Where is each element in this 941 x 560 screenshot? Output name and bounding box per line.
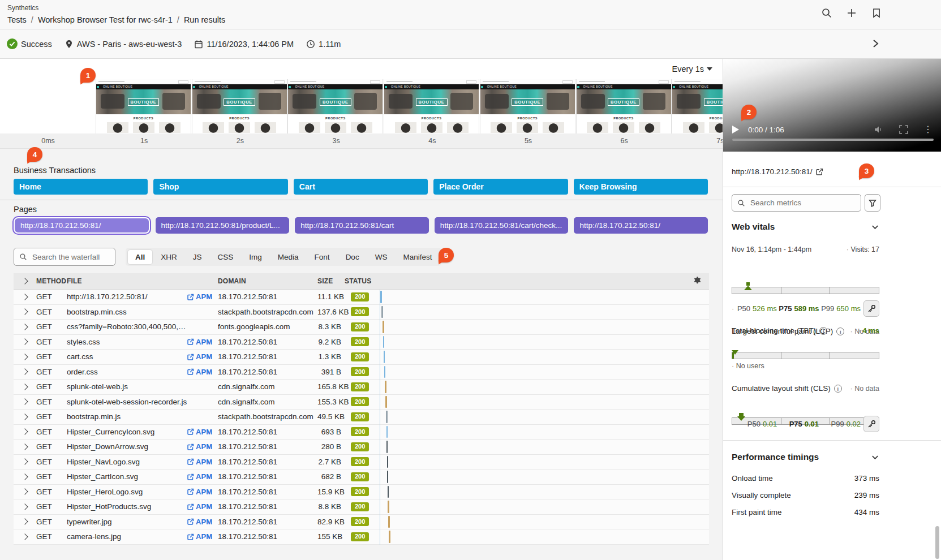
row-expand-chevron[interactable]	[14, 369, 36, 374]
transaction-button[interactable]: Cart	[294, 179, 428, 195]
external-link-icon[interactable]	[816, 168, 823, 175]
filter-tab[interactable]: CSS	[210, 250, 241, 264]
play-icon[interactable]	[732, 126, 739, 133]
filmstrip-thumbnail[interactable]: ONLINE BOUTIQUE BOUTIQUE PRODUCTS	[577, 79, 671, 133]
breadcrumb-item[interactable]: Run results	[184, 15, 225, 24]
filter-tab[interactable]: Manifest	[396, 250, 439, 264]
page-button[interactable]: http://18.170.212.50:81/	[574, 217, 708, 234]
video-progress-bar[interactable]	[732, 139, 934, 141]
table-row[interactable]: GET Hipster_HeroLogo.svg APM 18.170.212.…	[14, 485, 709, 500]
transaction-button[interactable]: Home	[14, 179, 148, 195]
apm-link[interactable]: APM	[187, 368, 212, 376]
filmstrip-thumbnail[interactable]: ONLINE BOUTIQUE BOUTIQUE PRODUCTS	[384, 79, 479, 133]
table-row[interactable]: GET bootstrap.min.css APM stackpath.boot…	[14, 305, 709, 320]
table-row[interactable]: GET Hipster_CurrencyIcon.svg APM 18.170.…	[14, 425, 709, 440]
next-run-chevron-icon[interactable]	[870, 38, 880, 49]
filter-tab[interactable]: WS	[368, 250, 395, 264]
row-expand-chevron[interactable]	[14, 309, 36, 314]
video-player[interactable]: 0:00 / 1:06 ⋮	[723, 59, 941, 152]
transaction-button[interactable]: Shop	[153, 179, 287, 195]
info-icon[interactable]: i	[834, 385, 842, 393]
gear-icon[interactable]	[693, 276, 702, 286]
apm-link[interactable]: APM	[187, 338, 212, 346]
transaction-button[interactable]: Keep Browsing	[574, 179, 708, 195]
chevron-down-icon[interactable]	[871, 453, 879, 462]
row-expand-chevron[interactable]	[14, 429, 36, 434]
row-expand-chevron[interactable]	[14, 445, 36, 449]
table-row[interactable]: GET styles.css APM 18.170.212.50:81 9.2 …	[14, 335, 709, 350]
row-expand-chevron[interactable]	[14, 295, 36, 299]
lcp-key-button[interactable]	[863, 300, 879, 317]
row-expand-chevron[interactable]	[14, 355, 36, 359]
table-row[interactable]: GET order.css APM 18.170.212.50:81 391 B…	[14, 365, 709, 380]
row-expand-chevron[interactable]	[14, 399, 36, 404]
row-expand-chevron[interactable]	[14, 339, 36, 344]
table-row[interactable]: GET Hipster_DownArrow.svg APM 18.170.212…	[14, 440, 709, 455]
apm-link[interactable]: APM	[187, 458, 212, 466]
filter-tab[interactable]: All	[128, 250, 152, 264]
filter-tab[interactable]: Doc	[338, 250, 367, 264]
add-icon[interactable]	[846, 7, 857, 19]
row-expand-chevron[interactable]	[14, 535, 36, 539]
mute-icon[interactable]	[874, 124, 884, 135]
table-row[interactable]: GET cart.css APM 18.170.212.50:81 1.3 KB…	[14, 350, 709, 365]
expand-all-chevron[interactable]	[14, 279, 36, 283]
apm-link[interactable]: APM	[187, 532, 212, 541]
table-row[interactable]: GET splunk-otel-web.js APM cdn.signalfx.…	[14, 380, 709, 395]
filter-tab[interactable]: Media	[270, 250, 306, 264]
cls-key-button[interactable]	[863, 416, 879, 432]
apm-link[interactable]: APM	[187, 352, 212, 361]
table-row[interactable]: GET splunk-otel-web-session-recorder.js …	[14, 395, 709, 410]
table-row[interactable]: GET bootstrap.min.js APM stackpath.boots…	[14, 410, 709, 425]
breadcrumb-item[interactable]: Tests	[7, 15, 27, 24]
fullscreen-icon[interactable]	[899, 124, 909, 135]
table-row[interactable]: GET Hipster_CartIcon.svg APM 18.170.212.…	[14, 469, 709, 485]
apm-link[interactable]: APM	[187, 502, 212, 511]
apm-link[interactable]: APM	[187, 442, 212, 451]
row-expand-chevron[interactable]	[14, 325, 36, 329]
filmstrip-thumbnail[interactable]: ONLINE BOUTIQUE BOUTIQUE PRODUCTS	[672, 79, 723, 133]
page-button[interactable]: http://18.170.212.50:81/	[14, 217, 150, 234]
apm-link[interactable]: APM	[187, 518, 212, 526]
row-expand-chevron[interactable]	[14, 459, 36, 464]
table-row[interactable]: GET css?family=Roboto:300,400,500,700 AP…	[14, 320, 709, 335]
search-icon[interactable]	[821, 7, 832, 19]
page-button[interactable]: http://18.170.212.50:81/cart/check...	[435, 217, 569, 234]
filmstrip-thumbnail[interactable]: ONLINE BOUTIQUE BOUTIQUE PRODUCTS	[480, 79, 575, 133]
breadcrumb-item[interactable]: Workshop Browser Test for rwc-s4r-1	[38, 15, 173, 24]
row-expand-chevron[interactable]	[14, 415, 36, 419]
row-expand-chevron[interactable]	[14, 475, 36, 479]
apm-link[interactable]: APM	[187, 428, 212, 436]
bookmark-icon[interactable]	[871, 7, 882, 19]
table-row[interactable]: GET http://18.170.212.50:81/ APM 18.170.…	[14, 290, 709, 305]
metrics-search-input[interactable]	[749, 198, 850, 208]
apm-link[interactable]: APM	[187, 292, 212, 301]
row-expand-chevron[interactable]	[14, 519, 36, 524]
apm-link[interactable]: APM	[187, 472, 212, 481]
page-button[interactable]: http://18.170.212.50:81/cart	[295, 217, 429, 234]
apm-link[interactable]: APM	[187, 488, 212, 496]
filter-tab[interactable]: Img	[242, 250, 269, 264]
filter-tab[interactable]: XHR	[153, 250, 184, 264]
filter-tab[interactable]: JS	[186, 250, 209, 264]
chevron-down-icon[interactable]	[871, 223, 879, 231]
filter-funnel-button[interactable]	[865, 194, 880, 212]
info-icon[interactable]: i	[819, 327, 827, 335]
table-row[interactable]: GET typewriter.jpg APM 18.170.212.50:81 …	[14, 515, 709, 530]
sidebar-scrollbar[interactable]	[935, 526, 939, 559]
filmstrip-interval-dropdown[interactable]: Every 1s	[672, 64, 712, 74]
transaction-button[interactable]: Place Order	[433, 179, 568, 195]
table-row[interactable]: GET Hipster_NavLogo.svg APM 18.170.212.5…	[14, 455, 709, 470]
filmstrip-thumbnail[interactable]: ONLINE BOUTIQUE BOUTIQUE PRODUCTS	[288, 79, 383, 133]
kebab-menu-icon[interactable]: ⋮	[923, 125, 933, 134]
waterfall-search-input[interactable]	[31, 252, 110, 262]
page-button[interactable]: http://18.170.212.50:81/product/L...	[156, 217, 290, 234]
filmstrip-thumbnail[interactable]: ONLINE BOUTIQUE BOUTIQUE PRODUCTS	[192, 79, 287, 133]
filter-tab[interactable]: Font	[307, 250, 337, 264]
filmstrip-thumbnail[interactable]: ONLINE BOUTIQUE BOUTIQUE PRODUCTS	[96, 79, 191, 133]
table-row[interactable]: GET camera-lens.jpg APM 18.170.212.50:81…	[14, 529, 709, 545]
table-row[interactable]: GET Hipster_HotProducts.svg APM 18.170.2…	[14, 499, 709, 515]
row-expand-chevron[interactable]	[14, 489, 36, 494]
row-expand-chevron[interactable]	[14, 385, 36, 389]
row-expand-chevron[interactable]	[14, 505, 36, 509]
